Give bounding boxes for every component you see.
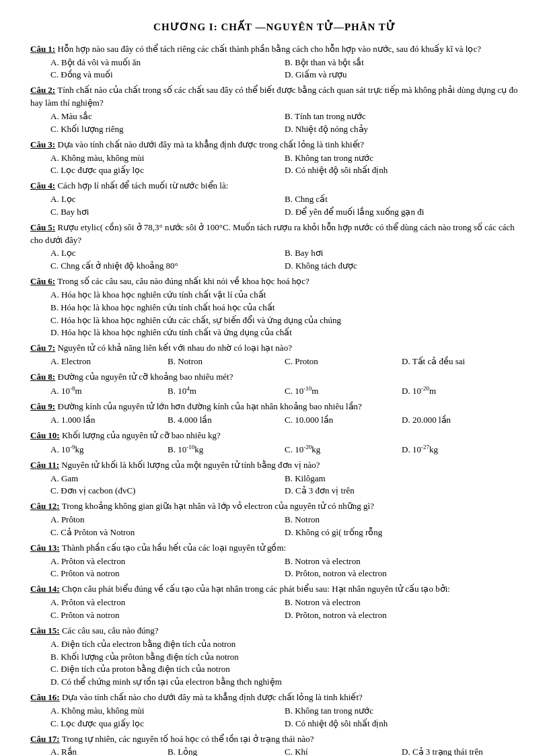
option-item[interactable]: B. Notron — [168, 355, 285, 368]
option-item[interactable]: D. Hóa học là khoa học nghiên cứu tính c… — [50, 327, 519, 339]
option-item[interactable]: C. Prôton và notron — [50, 609, 285, 622]
option-item[interactable]: D. Có thể chứng minh sự tồn tại của elec… — [50, 676, 519, 689]
option-item[interactable]: C. Chng cất ở nhiệt độ khoảng 80° — [50, 260, 285, 273]
option-item[interactable]: C. Lọc được qua giấy lọc — [50, 718, 285, 730]
option-item[interactable]: C. 10.000 lần — [285, 414, 402, 427]
option-item[interactable]: A. Điện tích của electron bằng điện tích… — [50, 638, 519, 651]
option-item[interactable]: A. Prôton và electron — [50, 596, 285, 609]
option-item[interactable]: C. Khí — [285, 746, 402, 756]
options-container: A. GamB. KilôgamC. Đơn vị cacbon (đvC)D.… — [50, 473, 519, 498]
question-text: Câu 17: Trong tự nhiên, các nguyên tố ho… — [30, 733, 519, 746]
option-item[interactable]: B. Notron và electron — [285, 555, 519, 568]
question-block: Câu 4: Cách hợp lí nhất để tách muối từ … — [30, 180, 519, 219]
option-item[interactable]: B. Notron và electron — [285, 596, 519, 609]
option-item[interactable]: A. Rắn — [50, 746, 168, 756]
option-item[interactable]: B. 10-10kg — [168, 443, 285, 456]
options-container: A. Prôton và electronB. Notron và electr… — [50, 596, 519, 622]
question-block: Câu 17: Trong tự nhiên, các nguyên tố ho… — [30, 733, 519, 756]
question-text: Câu 15: Các câu sau, câu nào đúng? — [30, 625, 519, 638]
question-text: Câu 7: Nguyên tử có khả năng liên kết vớ… — [30, 342, 519, 355]
option-item[interactable]: B. Tính tan trong nước — [285, 110, 519, 123]
option-item[interactable]: B. 4.000 lần — [168, 414, 285, 427]
option-item[interactable]: D. 10-20m — [402, 384, 519, 398]
option-item[interactable]: D. Prôton, notron và electron — [285, 568, 519, 580]
option-item[interactable]: B. Lỏng — [168, 746, 285, 756]
question-text: Câu 5: Rượu etylic( cồn) sôi ở 78,3° nướ… — [30, 221, 519, 247]
question-number: Câu 5: — [30, 222, 55, 232]
option-item[interactable]: A. Prôton và electron — [50, 555, 285, 568]
option-item[interactable]: C. Lọc được qua giấy lọc — [50, 164, 285, 177]
options-container: A. 10-8mB. 104mC. 10-10mD. 10-20m — [50, 384, 519, 398]
options-container: A. Không màu, không mùiB. Không tan tron… — [50, 152, 519, 178]
options-container: A. LọcB. Bay hơiC. Chng cất ở nhiệt độ k… — [50, 247, 519, 273]
option-item[interactable]: C. Proton — [285, 355, 402, 368]
option-item[interactable]: D. 10-27kg — [402, 443, 519, 456]
options-container: A. RắnB. LỏngC. KhíD. Cả 3 trạng thái tr… — [50, 746, 519, 756]
option-item[interactable]: D. Không tách được — [285, 260, 519, 273]
option-item[interactable]: C. Hóa học là khoa học nghiên cứu các ch… — [50, 314, 519, 327]
option-item[interactable]: C. Khối lượng riêng — [50, 123, 285, 136]
option-item[interactable]: D. Cả 3 trạng thái trên — [402, 746, 519, 756]
question-number: Câu 15: — [30, 625, 60, 635]
option-item[interactable]: C. Cả Prôton và Notron — [50, 526, 285, 539]
option-item[interactable]: A. 10-9kg — [50, 443, 168, 456]
options-container: A. Điện tích của electron bằng điện tích… — [50, 638, 519, 689]
option-item[interactable]: D. Nhiệt độ nóng chảy — [285, 123, 519, 136]
option-item[interactable]: B. Khối lượng của prôton bằng điện tích … — [50, 651, 519, 664]
option-item[interactable]: D. Prôton, notron và electron — [285, 609, 519, 622]
option-item[interactable]: C. Đồng và muối — [50, 69, 285, 81]
option-item[interactable]: C. 10-20kg — [285, 443, 402, 456]
option-item[interactable]: A. 10-8m — [50, 384, 168, 398]
option-item[interactable]: C. 10-10m — [285, 384, 402, 398]
option-item[interactable]: D. 20.000 lần — [402, 414, 519, 427]
option-item[interactable]: A. Lọc — [50, 193, 285, 206]
options-container: A. Không màu, không mùiB. Không tan tron… — [50, 705, 519, 730]
question-text: Câu 4: Cách hợp lí nhất để tách muối từ … — [30, 180, 519, 193]
option-item[interactable]: C. Điện tích của proton bằng điện tích c… — [50, 663, 519, 676]
question-number: Câu 6: — [30, 276, 55, 286]
option-item[interactable]: B. Bột than và bột sắt — [285, 57, 519, 69]
option-item[interactable]: A. 1.000 lần — [50, 414, 168, 427]
page-title: CHƯƠNG I: CHẤT —NGUYÊN TỬ—PHÂN TỬ — [30, 20, 519, 35]
option-item[interactable]: A. Không màu, không mùi — [50, 705, 285, 718]
options-container: A. Hóa học là khoa học nghiên cứu tính c… — [50, 289, 519, 339]
option-item[interactable]: C. Bay hơi — [50, 206, 285, 219]
question-number: Câu 14: — [30, 584, 60, 594]
options-container: A. Màu sắcB. Tính tan trong nướcC. Khối … — [50, 110, 519, 136]
option-item[interactable]: D. Có nhiệt độ sôi nhất định — [285, 718, 519, 730]
question-number: Câu 7: — [30, 343, 55, 353]
option-item[interactable]: A. Prôton — [50, 514, 285, 526]
option-item[interactable]: C. Đơn vị cacbon (đvC) — [50, 485, 285, 497]
option-item[interactable]: B. Không tan trong nước — [285, 152, 519, 165]
option-item[interactable]: B. Chng cất — [285, 193, 519, 206]
option-item[interactable]: C. Prôton và notron — [50, 568, 285, 580]
option-item[interactable]: D. Có nhiệt độ sôi nhất định — [285, 164, 519, 177]
option-item[interactable]: D. Cả 3 đơn vị trên — [285, 485, 519, 497]
option-item[interactable]: B. Kilôgam — [285, 473, 519, 485]
question-text: Câu 12: Trong khoảng không gian giữa hạt… — [30, 500, 519, 513]
option-item[interactable]: A. Không màu, không mùi — [50, 152, 285, 165]
option-item[interactable]: B. Bay hơi — [285, 247, 519, 260]
question-block: Câu 16: Dựa vào tính chất nào cho dưới đ… — [30, 691, 519, 730]
question-text: Câu 16: Dựa vào tính chất nào cho dưới đ… — [30, 691, 519, 704]
question-text: Câu 13: Thành phần cấu tạo của hầu hết c… — [30, 542, 519, 555]
option-item[interactable]: A. Lọc — [50, 247, 285, 260]
option-item[interactable]: B. Hóa học là khoa học nghiên cứu tính c… — [50, 302, 519, 314]
option-item[interactable]: B. 104m — [168, 384, 285, 398]
question-number: Câu 1: — [30, 44, 55, 54]
option-item[interactable]: B. Notron — [285, 514, 519, 526]
question-text: Câu 10: Khối lượng của nguyên tử cỡ bao … — [30, 429, 519, 442]
question-text: Câu 3: Dựa vào tính chất nào dưới đây mà… — [30, 139, 519, 151]
question-text: Câu 9: Đường kính của nguyên tử lớn hơn … — [30, 401, 519, 413]
option-item[interactable]: D. Để yên để muối lắng xuống gạn đi — [285, 206, 519, 219]
option-item[interactable]: D. Giấm và rượu — [285, 69, 519, 81]
question-block: Câu 7: Nguyên tử có khả năng liên kết vớ… — [30, 342, 519, 368]
option-item[interactable]: A. Electron — [50, 355, 168, 368]
option-item[interactable]: A. Hóa học là khoa học nghiên cứu tính c… — [50, 289, 519, 302]
option-item[interactable]: D. Không có gì( trống rỗng — [285, 526, 519, 539]
option-item[interactable]: B. Không tan trong nước — [285, 705, 519, 718]
option-item[interactable]: D. Tất cả đều sai — [402, 355, 519, 368]
option-item[interactable]: A. Bột đá vôi và muối ăn — [50, 57, 285, 69]
option-item[interactable]: A. Gam — [50, 473, 285, 485]
option-item[interactable]: A. Màu sắc — [50, 110, 285, 123]
